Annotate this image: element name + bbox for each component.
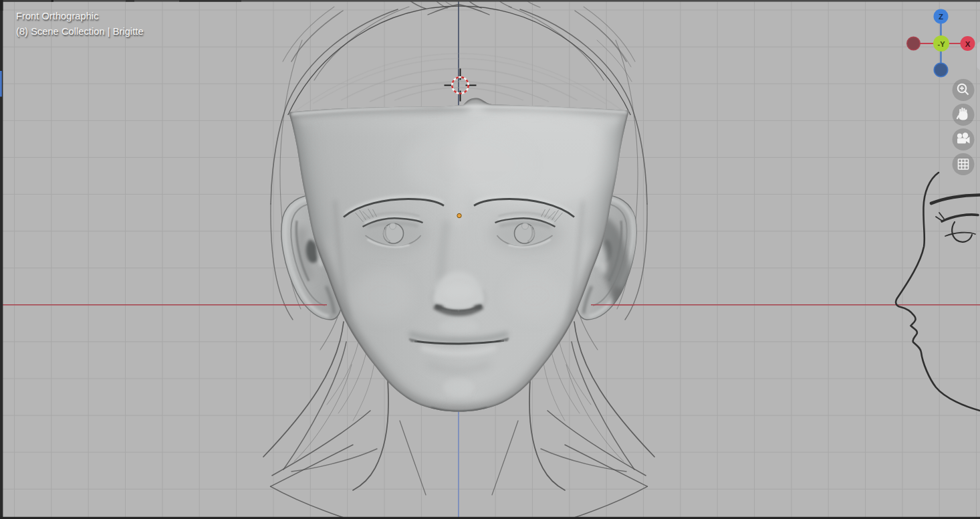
- svg-text:Z: Z: [939, 13, 943, 21]
- svg-text:X: X: [965, 40, 971, 48]
- svg-text:-Y: -Y: [938, 40, 946, 48]
